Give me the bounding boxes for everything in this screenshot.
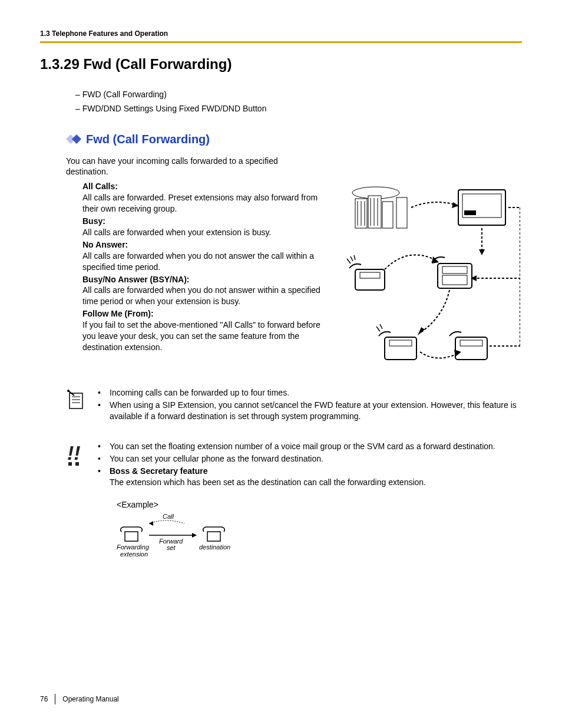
page-number: 76: [40, 695, 48, 703]
svg-rect-18: [360, 272, 380, 278]
toc-item: FWD (Call Forwarding): [75, 88, 522, 102]
svg-point-35: [67, 390, 70, 392]
note-item: When using a SIP Extension, you cannot s…: [110, 400, 522, 422]
svg-marker-43: [192, 533, 197, 538]
svg-rect-25: [460, 340, 482, 346]
toc: FWD (Call Forwarding) FWD/DND Settings U…: [75, 88, 522, 116]
svg-text:destination: destination: [199, 543, 230, 551]
svg-text:!!: !!: [67, 442, 81, 464]
svg-rect-4: [368, 196, 381, 228]
sub-heading: Fwd (Call Forwarding): [86, 133, 210, 146]
header-rule: [40, 41, 522, 43]
important-icon: !!: [66, 441, 87, 469]
def-title: Busy:: [82, 216, 105, 226]
forwarding-diagram: [342, 181, 522, 370]
diamond-icon: [66, 134, 81, 144]
svg-rect-37: [68, 462, 72, 466]
def-title: All Calls:: [82, 182, 118, 191]
svg-text:extension: extension: [120, 551, 148, 558]
note-item: You can set your cellular phone as the f…: [110, 453, 495, 465]
definition-list: All Calls: All calls are forwarded. Pres…: [82, 181, 330, 370]
call-label: Call: [163, 513, 174, 520]
def-body: All calls are forwarded. Preset extensio…: [82, 192, 330, 215]
note-list-2: •You can set the floating extension numb…: [98, 441, 495, 489]
svg-rect-15: [464, 210, 476, 215]
def-body: If you fail to set the above-mentioned "…: [82, 319, 330, 353]
page-title: 1.3.29 Fwd (Call Forwarding): [40, 56, 522, 73]
note-item: Incoming calls can be forwarded up to fo…: [110, 387, 522, 398]
svg-rect-21: [442, 275, 467, 285]
svg-marker-39: [149, 521, 153, 526]
def-title: Busy/No Answer (BSY/NA):: [82, 275, 190, 284]
svg-text:Forwarding: Forwarding: [117, 543, 150, 551]
def-title: Follow Me (From):: [82, 309, 154, 318]
svg-marker-1: [72, 134, 81, 144]
svg-rect-31: [70, 393, 82, 409]
def-body: All calls are forwarded when you do not …: [82, 285, 330, 307]
note-item: You can set the floating extension numbe…: [110, 441, 495, 452]
boss-body: The extension which has been set as the …: [110, 477, 426, 487]
svg-rect-41: [207, 532, 220, 541]
footer-manual: Operating Manual: [62, 695, 118, 703]
svg-rect-20: [442, 266, 467, 274]
svg-rect-6: [396, 197, 407, 228]
def-body: All calls are forwarded when you do not …: [82, 251, 330, 273]
boss-title: Boss & Secretary feature: [110, 466, 208, 476]
footer-divider: [55, 694, 55, 704]
example-diagram: Call Forward set Forwarding extension de…: [117, 513, 522, 568]
note-icon: [66, 387, 87, 413]
intro-text: You can have your incoming calls forward…: [66, 156, 319, 178]
example-label: <Example>: [117, 500, 522, 509]
svg-rect-23: [389, 340, 412, 346]
svg-rect-40: [125, 532, 138, 541]
footer: 76 Operating Manual: [40, 694, 119, 704]
svg-rect-5: [382, 202, 393, 228]
svg-text:set: set: [167, 544, 176, 551]
svg-marker-26: [479, 249, 485, 255]
note-list-1: •Incoming calls can be forwarded up to f…: [98, 387, 522, 423]
def-title: No Answer:: [82, 240, 128, 249]
toc-item: FWD/DND Settings Using Fixed FWD/DND But…: [75, 102, 522, 116]
def-body: All calls are forwarded when your extens…: [82, 227, 330, 238]
svg-rect-38: [75, 462, 79, 466]
header-breadcrumb: 1.3 Telephone Features and Operation: [40, 29, 522, 38]
svg-marker-28: [418, 327, 425, 335]
